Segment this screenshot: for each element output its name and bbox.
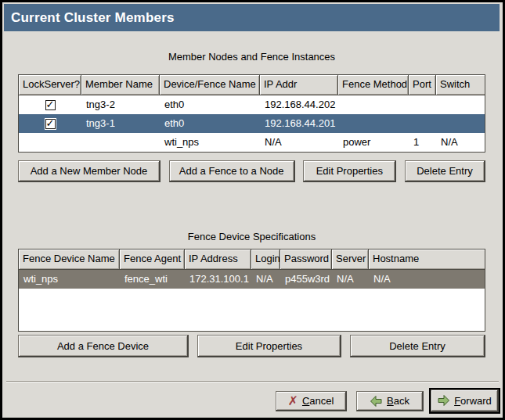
forward-arrow-icon [437, 394, 450, 407]
member-name-cell [81, 133, 160, 152]
lockserver-cell [19, 133, 81, 152]
members-table-caption: Member Nodes and Fence Instances [18, 51, 485, 63]
login-cell: N/A [251, 270, 280, 289]
column-header-server[interactable]: Server [332, 249, 369, 269]
delete-member-entry-button[interactable]: Delete Entry [405, 160, 485, 182]
lockserver-cell [19, 114, 81, 133]
member-name-cell: tng3-2 [81, 95, 160, 114]
member-row-tng3-1[interactable]: tng3-1 eth0 192.168.44.201 [19, 114, 485, 133]
add-member-node-button[interactable]: Add a New Member Node [18, 160, 161, 182]
password-cell: p455w3rd [280, 270, 332, 289]
back-button-label: Back [387, 395, 409, 407]
forward-button-default-ring: Forward [429, 388, 500, 414]
switch-cell [436, 95, 485, 114]
column-header-lockserver[interactable]: LockServer? [19, 75, 81, 95]
port-cell: 1 [409, 133, 436, 152]
column-header-fence-device-name[interactable]: Fence Device Name [19, 249, 120, 269]
device-fence-cell: eth0 [160, 95, 260, 114]
cancel-button-label: Cancel [302, 395, 334, 407]
member-table-header: LockServer? Member Name Device/Fence Nam… [19, 75, 485, 95]
fence-table-header: Fence Device Name Fence Agent IP Address… [19, 249, 485, 270]
column-header-port[interactable]: Port [409, 75, 436, 95]
fence-table-caption: Fence Device Specifications [18, 231, 485, 242]
ip-addr-cell: 192.168.44.202 [260, 95, 338, 114]
member-row-wti-nps[interactable]: wti_nps N/A power 1 N/A [19, 133, 485, 152]
back-arrow-icon [370, 395, 383, 407]
server-cell: N/A [332, 270, 369, 289]
fence-device-actions: Add a Fence Device Edit Properties Delet… [18, 335, 485, 357]
switch-cell: N/A [436, 133, 485, 152]
member-name-cell: tng3-1 [81, 114, 160, 133]
port-cell [409, 95, 436, 114]
fence-method-cell [338, 95, 409, 114]
member-nodes-table: LockServer? Member Name Device/Fence Nam… [18, 74, 485, 153]
fence-method-cell [338, 114, 409, 133]
column-header-fence-method[interactable]: Fence Method [338, 75, 409, 95]
column-header-fence-agent[interactable]: Fence Agent [120, 249, 185, 269]
cancel-button[interactable]: ✗ Cancel [276, 391, 347, 411]
column-header-password[interactable]: Password [280, 249, 332, 269]
column-header-device-fence-name[interactable]: Device/Fence Name [160, 75, 260, 95]
fence-device-table: Fence Device Name Fence Agent IP Address… [18, 249, 485, 332]
switch-cell [436, 114, 485, 133]
device-fence-cell: wti_nps [160, 133, 260, 152]
member-row-tng3-2[interactable]: tng3-2 eth0 192.168.44.202 [19, 95, 485, 114]
forward-button-label: Forward [454, 395, 492, 407]
ip-addr-cell: N/A [260, 133, 338, 152]
column-header-login[interactable]: Login [251, 249, 280, 269]
add-fence-device-button[interactable]: Add a Fence Device [18, 335, 189, 357]
port-cell [409, 114, 436, 133]
column-header-ip-addr[interactable]: IP Addr [260, 75, 338, 95]
wizard-banner: Current Cluster Members [4, 4, 500, 31]
fence-agent-cell: fence_wti [120, 270, 185, 289]
column-header-member-name[interactable]: Member Name [81, 75, 160, 95]
edit-member-properties-button[interactable]: Edit Properties [303, 160, 396, 182]
hostname-cell: N/A [369, 270, 485, 289]
lockserver-checkbox[interactable] [45, 119, 56, 129]
ip-addr-cell: 192.168.44.201 [260, 114, 338, 133]
lockserver-cell [19, 95, 81, 114]
delete-fence-entry-button[interactable]: Delete Entry [350, 335, 485, 357]
forward-button[interactable]: Forward [431, 389, 499, 412]
fence-device-row-wti-nps[interactable]: wti_nps fence_wti 172.31.100.1 N/A p455w… [19, 270, 485, 289]
fence-device-name-cell: wti_nps [19, 270, 120, 289]
column-header-hostname[interactable]: Hostname [369, 249, 485, 269]
column-header-ip-address[interactable]: IP Address [185, 249, 251, 269]
add-fence-to-node-button[interactable]: Add a Fence to a Node [169, 160, 295, 182]
edit-fence-properties-button[interactable]: Edit Properties [197, 335, 341, 357]
footer-separator [6, 381, 499, 382]
wizard-window: Current Cluster Members Member Nodes and… [0, 0, 505, 420]
back-button[interactable]: Back [356, 391, 424, 411]
cancel-x-icon: ✗ [288, 395, 298, 407]
ip-address-cell: 172.31.100.1 [185, 270, 251, 289]
column-header-switch[interactable]: Switch [436, 75, 485, 95]
fence-method-cell: power [338, 133, 409, 152]
lockserver-checkbox[interactable] [45, 100, 56, 110]
device-fence-cell: eth0 [160, 114, 260, 133]
member-actions: Add a New Member Node Add a Fence to a N… [18, 160, 485, 182]
page-title: Current Cluster Members [4, 10, 175, 26]
